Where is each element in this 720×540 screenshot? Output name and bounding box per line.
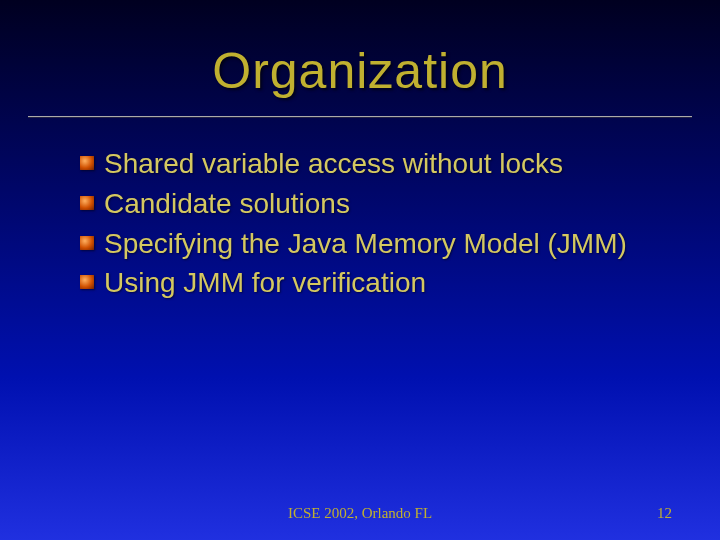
- title-divider: [28, 116, 692, 118]
- slide-title: Organization: [0, 0, 720, 100]
- list-item: Using JMM for verification: [80, 265, 660, 301]
- page-number: 12: [657, 505, 672, 522]
- bullet-list: Shared variable access without locks Can…: [80, 146, 660, 301]
- list-item: Specifying the Java Memory Model (JMM): [80, 226, 660, 262]
- list-item: Candidate solutions: [80, 186, 660, 222]
- list-item: Shared variable access without locks: [80, 146, 660, 182]
- footer-venue: ICSE 2002, Orlando FL: [0, 505, 720, 522]
- slide: Organization Shared variable access with…: [0, 0, 720, 540]
